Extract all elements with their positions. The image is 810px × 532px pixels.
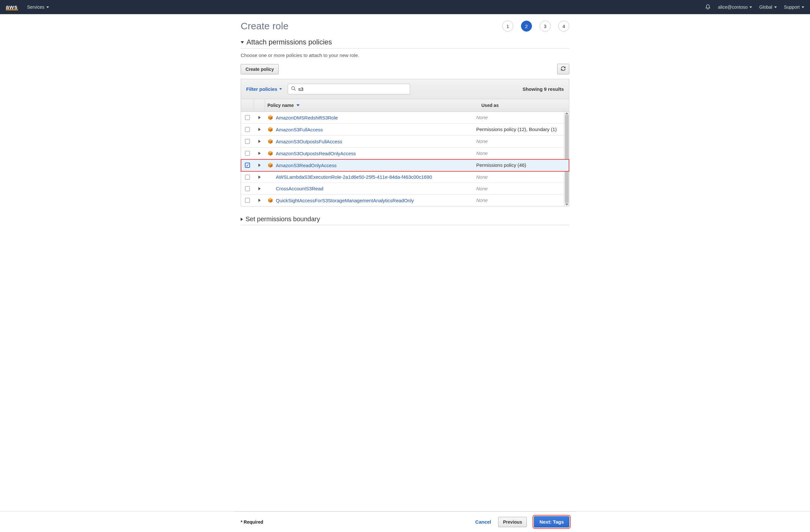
policy-name-link[interactable]: AmazonS3OutpostsFullAccess <box>276 139 342 144</box>
managed-policy-icon <box>268 150 273 156</box>
scroll-thumb[interactable] <box>565 115 569 203</box>
policies-table-header: Policy name Used as <box>241 99 569 112</box>
table-scrollbar[interactable] <box>564 112 569 206</box>
policy-row: AmazonS3OutpostsReadOnlyAccessNone <box>241 148 569 160</box>
permissions-boundary-heading: Set permissions boundary <box>241 215 569 225</box>
filter-policies-dropdown[interactable]: Filter policies <box>246 86 282 92</box>
services-menu[interactable]: Services <box>27 4 49 10</box>
policy-name-link[interactable]: AWSLambdaS3ExecutionRole-2a1d6e50-25f5-4… <box>276 174 432 180</box>
page-title: Create role <box>241 21 288 32</box>
policy-name-link[interactable]: AmazonS3ReadOnlyAccess <box>276 163 336 168</box>
managed-policy-icon <box>268 115 273 120</box>
wizard-footer: * Required Cancel Previous Next: Tags <box>234 511 576 532</box>
policy-used-as: None <box>474 183 564 194</box>
policy-checkbox[interactable] <box>245 186 250 191</box>
policies-panel: Filter policies Showing 9 results Policy… <box>241 79 569 206</box>
previous-button[interactable]: Previous <box>498 517 527 527</box>
policy-checkbox[interactable] <box>245 127 250 132</box>
policy-name-link[interactable]: AmazonS3FullAccess <box>276 127 323 132</box>
policy-name-link[interactable]: AmazonDMSRedshiftS3Role <box>276 115 338 120</box>
policy-checkbox[interactable] <box>245 198 250 203</box>
main-content: Create role 1 2 3 4 Attach permissions p… <box>234 14 576 511</box>
policy-used-as: None <box>474 195 564 206</box>
column-policy-name[interactable]: Policy name <box>265 99 479 112</box>
policy-used-as: None <box>474 136 564 147</box>
expand-row-icon[interactable] <box>258 176 261 179</box>
support-label: Support <box>784 4 800 10</box>
policy-checkbox[interactable] <box>245 115 250 120</box>
refresh-button[interactable] <box>557 64 569 74</box>
policy-checkbox[interactable] <box>245 139 250 144</box>
svg-point-0 <box>292 87 294 89</box>
filter-bar: Filter policies Showing 9 results <box>241 79 569 99</box>
scroll-up-icon <box>565 112 568 114</box>
services-label: Services <box>27 4 45 10</box>
step-4[interactable]: 4 <box>558 21 569 32</box>
cancel-link[interactable]: Cancel <box>475 519 491 525</box>
policy-row: AmazonS3OutpostsFullAccessNone <box>241 136 569 148</box>
collapse-icon[interactable] <box>241 41 244 44</box>
expand-row-icon[interactable] <box>258 187 261 190</box>
policy-checkbox[interactable] <box>245 174 250 180</box>
policy-row: AWSLambdaS3ExecutionRole-2a1d6e50-25f5-4… <box>241 171 569 183</box>
top-nav: aws Services alice@contoso Global Suppor… <box>0 0 810 14</box>
managed-policy-icon <box>268 197 273 203</box>
svg-line-1 <box>294 89 295 90</box>
policy-name-link[interactable]: AmazonS3OutpostsReadOnlyAccess <box>276 151 356 156</box>
policies-table-body: AmazonDMSRedshiftS3RoleNoneAmazonS3FullA… <box>241 112 569 206</box>
sort-desc-icon <box>296 104 299 106</box>
step-3[interactable]: 3 <box>540 21 551 32</box>
attach-permissions-helptext: Choose one or more policies to attach to… <box>241 52 569 58</box>
policy-used-as: Permissions policy (46) <box>474 160 564 171</box>
region-menu[interactable]: Global <box>759 4 777 10</box>
search-icon <box>291 86 296 93</box>
caret-down-icon <box>774 6 777 8</box>
expand-icon[interactable] <box>241 218 243 221</box>
policy-row: QuickSightAccessForS3StorageManagementAn… <box>241 195 569 206</box>
caret-down-icon <box>46 6 49 8</box>
policy-name-link[interactable]: CrossAccountS3Read <box>276 186 323 191</box>
column-used-as[interactable]: Used as <box>479 99 569 112</box>
expand-row-icon[interactable] <box>258 128 261 131</box>
column-policy-name-label: Policy name <box>268 103 294 108</box>
region-label: Global <box>759 4 772 10</box>
permissions-boundary-heading-text: Set permissions boundary <box>245 215 320 223</box>
attach-permissions-heading: Attach permissions policies <box>241 38 569 49</box>
expand-row-icon[interactable] <box>258 152 261 155</box>
expand-row-icon[interactable] <box>258 199 261 202</box>
managed-policy-icon <box>268 162 273 168</box>
aws-logo[interactable]: aws <box>6 4 18 10</box>
chevron-down-icon <box>279 88 282 90</box>
account-menu[interactable]: alice@contoso <box>718 4 752 10</box>
results-count: Showing 9 results <box>523 86 564 92</box>
managed-policy-icon <box>268 127 273 132</box>
caret-down-icon <box>801 6 804 8</box>
expand-row-icon[interactable] <box>258 116 261 119</box>
expand-row-icon[interactable] <box>258 164 261 167</box>
create-policy-button[interactable]: Create policy <box>241 64 279 74</box>
policy-row: CrossAccountS3ReadNone <box>241 183 569 195</box>
scroll-down-icon <box>565 203 568 205</box>
step-2[interactable]: 2 <box>521 21 532 32</box>
policy-used-as: None <box>474 171 564 183</box>
next-tags-button[interactable]: Next: Tags <box>534 516 569 528</box>
step-1[interactable]: 1 <box>502 21 513 32</box>
column-used-as-label: Used as <box>481 103 499 108</box>
policy-checkbox[interactable] <box>245 151 250 156</box>
wizard-stepper: 1 2 3 4 <box>502 21 569 32</box>
policy-row: AmazonS3ReadOnlyAccessPermissions policy… <box>241 160 569 171</box>
policy-name-link[interactable]: QuickSightAccessForS3StorageManagementAn… <box>276 198 414 203</box>
filter-policies-label: Filter policies <box>246 86 277 92</box>
managed-policy-icon <box>268 138 273 144</box>
support-menu[interactable]: Support <box>784 4 804 10</box>
policy-checkbox[interactable] <box>245 163 250 168</box>
required-note: * Required <box>241 519 263 525</box>
caret-down-icon <box>749 6 752 8</box>
aws-logo-text: aws <box>6 4 18 10</box>
attach-permissions-heading-text: Attach permissions policies <box>246 38 332 46</box>
policy-search-input[interactable] <box>288 84 410 94</box>
policy-row: AmazonDMSRedshiftS3RoleNone <box>241 112 569 124</box>
notifications-icon[interactable] <box>705 4 711 10</box>
expand-row-icon[interactable] <box>258 140 261 143</box>
account-label: alice@contoso <box>718 4 747 10</box>
